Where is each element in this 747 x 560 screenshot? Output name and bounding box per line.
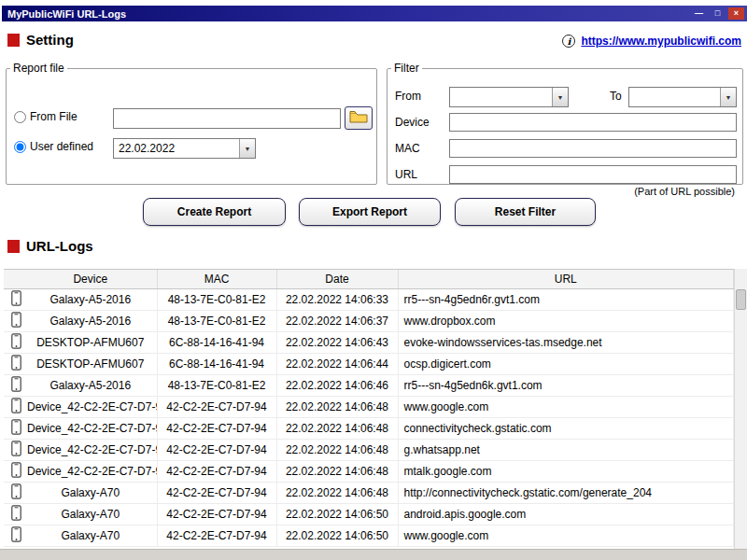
column-header-icon	[4, 270, 24, 288]
device-filter-input[interactable]	[449, 113, 737, 132]
log-row[interactable]: Galaxy-A5-201648-13-7E-C0-81-E222.02.202…	[4, 288, 734, 310]
url-logs-title: URL-Logs	[26, 238, 93, 254]
chevron-down-icon[interactable]: ▼	[552, 88, 568, 106]
column-header-date[interactable]: Date	[276, 270, 398, 288]
log-row[interactable]: Device_42-C2-2E-C7-D7-9442-C2-2E-C7-D7-9…	[4, 439, 734, 460]
phone-icon	[11, 382, 21, 395]
window-bottom-edge	[0, 549, 747, 560]
chevron-down-icon[interactable]: ▼	[239, 139, 255, 158]
log-device: Device_42-C2-2E-C7-D7-94	[24, 460, 157, 482]
log-device: Device_42-C2-2E-C7-D7-94	[24, 396, 157, 417]
close-icon[interactable]: ×	[728, 7, 744, 20]
log-mac: 42-C2-2E-C7-D7-94	[157, 525, 276, 546]
log-device: Galaxy-A5-2016	[24, 374, 157, 396]
log-row[interactable]: Galaxy-A5-201648-13-7E-C0-81-E222.02.202…	[4, 374, 734, 396]
log-url: rr5---sn-4g5edn6r.gvt1.com	[398, 288, 734, 310]
log-mac: 42-C2-2E-C7-D7-94	[157, 417, 276, 439]
mac-filter-input[interactable]	[449, 139, 737, 158]
log-device: Galaxy-A5-2016	[24, 310, 157, 331]
log-date: 22.02.2022 14:06:48	[276, 417, 398, 439]
log-device: Galaxy-A70	[24, 503, 157, 525]
phone-icon	[11, 468, 21, 481]
create-report-button[interactable]: Create Report	[143, 198, 286, 226]
column-header-device[interactable]: Device	[24, 270, 157, 288]
export-report-button[interactable]: Export Report	[299, 198, 441, 226]
log-table-header-row[interactable]: DeviceMACDateURL	[4, 270, 734, 288]
log-date: 22.02.2022 14:06:50	[276, 503, 398, 525]
log-date: 22.02.2022 14:06:48	[276, 439, 398, 460]
log-mac: 42-C2-2E-C7-D7-94	[157, 439, 276, 460]
table-scrollbar[interactable]	[734, 269, 747, 549]
log-url: www.dropbox.com	[398, 310, 734, 331]
log-row[interactable]: DESKTOP-AFMU6076C-88-14-16-41-9422.02.20…	[4, 353, 734, 374]
log-date: 22.02.2022 14:06:48	[276, 460, 398, 482]
report-file-path-input[interactable]	[113, 108, 341, 129]
log-mac: 42-C2-2E-C7-D7-94	[157, 503, 276, 525]
log-url: evoke-windowsservices-tas.msedge.net	[398, 331, 734, 353]
log-url: mtalk.google.com	[398, 460, 734, 482]
log-date: 22.02.2022 14:06:48	[276, 396, 398, 417]
log-date: 22.02.2022 14:06:46	[276, 374, 398, 396]
log-url: http://connectivitycheck.gstatic.com/gen…	[398, 482, 734, 503]
website-link[interactable]: https://www.mypublicwifi.com	[581, 35, 741, 48]
from-file-radio[interactable]	[14, 111, 26, 123]
filter-legend: Filter	[391, 62, 422, 75]
log-row[interactable]: Galaxy-A7042-C2-2E-C7-D7-9422.02.2022 14…	[4, 525, 734, 546]
url-hint: (Part of URL possible)	[634, 186, 735, 197]
red-square-icon	[7, 34, 20, 47]
log-row[interactable]: Galaxy-A5-201648-13-7E-C0-81-E222.02.202…	[4, 310, 734, 331]
log-url: www.google.com	[398, 396, 734, 417]
maximize-icon[interactable]: □	[710, 7, 726, 20]
user-defined-radio[interactable]	[14, 141, 26, 153]
log-mac: 48-13-7E-C0-81-E2	[157, 288, 276, 310]
log-table-container: DeviceMACDateURL Galaxy-A5-201648-13-7E-…	[4, 269, 734, 549]
log-row[interactable]: Device_42-C2-2E-C7-D7-9442-C2-2E-C7-D7-9…	[4, 417, 734, 439]
log-row[interactable]: Device_42-C2-2E-C7-D7-9442-C2-2E-C7-D7-9…	[4, 396, 734, 417]
phone-icon	[11, 339, 21, 352]
column-header-mac[interactable]: MAC	[157, 270, 276, 288]
log-url: g.whatsapp.net	[398, 439, 734, 460]
from-date-combobox[interactable]: ▼	[449, 87, 569, 107]
device-label: Device	[395, 116, 430, 129]
log-mac: 6C-88-14-16-41-94	[157, 353, 276, 374]
log-date: 22.02.2022 14:06:48	[276, 482, 398, 503]
log-row[interactable]: Galaxy-A7042-C2-2E-C7-D7-9422.02.2022 14…	[4, 503, 734, 525]
log-device: DESKTOP-AFMU607	[24, 331, 157, 353]
url-filter-input[interactable]	[449, 165, 737, 184]
browse-folder-button[interactable]	[345, 106, 373, 130]
log-mac: 6C-88-14-16-41-94	[157, 331, 276, 353]
log-device: Device_42-C2-2E-C7-D7-94	[24, 417, 157, 439]
log-url: connectivitycheck.gstatic.com	[398, 417, 734, 439]
reset-filter-button[interactable]: Reset Filter	[455, 198, 596, 226]
phone-icon	[11, 317, 21, 330]
log-device: Galaxy-A70	[24, 525, 157, 546]
window-titlebar: MyPublicWiFi URL-Logs — □ ×	[2, 6, 747, 21]
column-header-url[interactable]: URL	[398, 270, 734, 288]
window-title: MyPublicWiFi URL-Logs	[7, 8, 126, 20]
setting-title: Setting	[26, 32, 74, 48]
log-date: 22.02.2022 14:06:44	[276, 353, 398, 374]
log-row[interactable]: DESKTOP-AFMU6076C-88-14-16-41-9422.02.20…	[4, 331, 734, 353]
chevron-down-icon[interactable]: ▼	[720, 88, 736, 106]
minimize-icon[interactable]: —	[691, 7, 707, 20]
log-date: 22.02.2022 14:06:37	[276, 310, 398, 331]
log-row[interactable]: Device_42-C2-2E-C7-D7-9442-C2-2E-C7-D7-9…	[4, 460, 734, 482]
log-row[interactable]: Galaxy-A7042-C2-2E-C7-D7-9422.02.2022 14…	[4, 482, 734, 503]
log-mac: 48-13-7E-C0-81-E2	[157, 374, 276, 396]
to-label: To	[610, 90, 622, 103]
user-defined-label: User defined	[30, 140, 93, 153]
to-date-value	[629, 88, 720, 106]
phone-icon	[11, 403, 21, 416]
scrollbar-thumb[interactable]	[736, 289, 746, 310]
log-mac: 42-C2-2E-C7-D7-94	[157, 396, 276, 417]
log-url: ocsp.digicert.com	[398, 353, 734, 374]
to-date-combobox[interactable]: ▼	[628, 87, 737, 107]
phone-icon	[11, 489, 21, 502]
phone-icon	[11, 425, 21, 438]
log-mac: 42-C2-2E-C7-D7-94	[157, 482, 276, 503]
from-date-value	[450, 88, 552, 106]
log-device: Device_42-C2-2E-C7-D7-94	[24, 439, 157, 460]
date-combobox[interactable]: 22.02.2022 ▼	[113, 138, 256, 159]
log-mac: 42-C2-2E-C7-D7-94	[157, 460, 276, 482]
mac-label: MAC	[395, 142, 420, 155]
